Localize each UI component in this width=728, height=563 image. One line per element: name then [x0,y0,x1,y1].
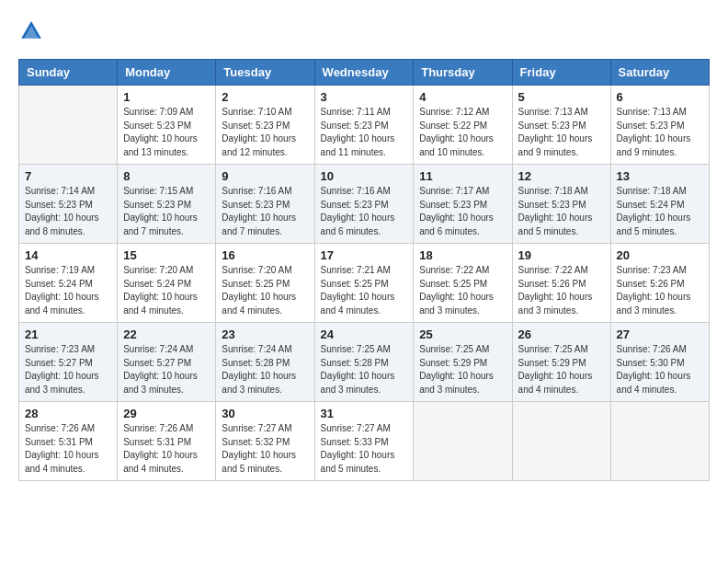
calendar-week-row: 28Sunrise: 7:26 AM Sunset: 5:31 PM Dayli… [19,402,710,481]
day-number: 8 [123,169,210,183]
calendar-day-cell: 21Sunrise: 7:23 AM Sunset: 5:27 PM Dayli… [19,323,118,402]
day-info: Sunrise: 7:22 AM Sunset: 5:26 PM Dayligh… [518,264,605,317]
calendar-day-cell: 26Sunrise: 7:25 AM Sunset: 5:29 PM Dayli… [512,323,610,402]
day-number: 20 [617,248,703,262]
calendar-day-cell: 28Sunrise: 7:26 AM Sunset: 5:31 PM Dayli… [19,402,118,481]
day-number: 5 [518,90,605,104]
day-info: Sunrise: 7:21 AM Sunset: 5:25 PM Dayligh… [321,264,408,317]
day-number: 14 [25,248,111,262]
day-info: Sunrise: 7:25 AM Sunset: 5:29 PM Dayligh… [518,343,605,396]
day-number: 28 [25,407,111,420]
calendar-day-cell: 16Sunrise: 7:20 AM Sunset: 5:25 PM Dayli… [216,244,314,323]
calendar-day-cell: 19Sunrise: 7:22 AM Sunset: 5:26 PM Dayli… [512,244,610,323]
day-number: 12 [518,169,605,183]
day-info: Sunrise: 7:26 AM Sunset: 5:31 PM Dayligh… [25,422,111,476]
day-info: Sunrise: 7:16 AM Sunset: 5:23 PM Dayligh… [222,185,308,238]
calendar-week-row: 1Sunrise: 7:09 AM Sunset: 5:23 PM Daylig… [19,86,710,165]
weekday-header-wednesday: Wednesday [314,60,414,86]
weekday-header-friday: Friday [512,60,610,86]
day-info: Sunrise: 7:26 AM Sunset: 5:31 PM Dayligh… [123,422,210,476]
day-number: 1 [123,90,210,104]
calendar-day-cell: 12Sunrise: 7:18 AM Sunset: 5:23 PM Dayli… [512,165,610,244]
day-number: 27 [617,327,703,341]
day-info: Sunrise: 7:17 AM Sunset: 5:23 PM Dayligh… [419,185,506,238]
day-number: 30 [222,407,308,420]
day-info: Sunrise: 7:16 AM Sunset: 5:23 PM Dayligh… [321,185,408,238]
calendar-day-cell: 2Sunrise: 7:10 AM Sunset: 5:23 PM Daylig… [216,86,314,165]
day-info: Sunrise: 7:24 AM Sunset: 5:28 PM Dayligh… [222,343,308,396]
day-number: 6 [617,90,703,104]
day-info: Sunrise: 7:18 AM Sunset: 5:24 PM Dayligh… [617,185,703,238]
calendar-week-row: 7Sunrise: 7:14 AM Sunset: 5:23 PM Daylig… [19,165,710,244]
page-header [18,18,710,44]
day-info: Sunrise: 7:18 AM Sunset: 5:23 PM Dayligh… [518,185,605,238]
calendar-day-cell: 3Sunrise: 7:11 AM Sunset: 5:23 PM Daylig… [314,86,414,165]
calendar-day-cell: 17Sunrise: 7:21 AM Sunset: 5:25 PM Dayli… [314,244,414,323]
calendar-day-cell: 27Sunrise: 7:26 AM Sunset: 5:30 PM Dayli… [610,323,709,402]
day-number: 9 [222,169,308,183]
calendar-day-cell: 22Sunrise: 7:24 AM Sunset: 5:27 PM Dayli… [118,323,216,402]
day-info: Sunrise: 7:10 AM Sunset: 5:23 PM Dayligh… [222,106,308,159]
day-info: Sunrise: 7:13 AM Sunset: 5:23 PM Dayligh… [518,106,605,159]
day-info: Sunrise: 7:11 AM Sunset: 5:23 PM Dayligh… [321,106,408,159]
calendar-day-cell: 10Sunrise: 7:16 AM Sunset: 5:23 PM Dayli… [314,165,414,244]
day-number: 18 [419,248,506,262]
calendar-day-cell: 8Sunrise: 7:15 AM Sunset: 5:23 PM Daylig… [118,165,216,244]
calendar-day-cell: 7Sunrise: 7:14 AM Sunset: 5:23 PM Daylig… [19,165,118,244]
day-info: Sunrise: 7:12 AM Sunset: 5:22 PM Dayligh… [419,106,506,159]
calendar-week-row: 21Sunrise: 7:23 AM Sunset: 5:27 PM Dayli… [19,323,710,402]
calendar-day-cell: 30Sunrise: 7:27 AM Sunset: 5:32 PM Dayli… [216,402,314,481]
calendar-day-cell: 29Sunrise: 7:26 AM Sunset: 5:31 PM Dayli… [118,402,216,481]
day-number: 31 [321,407,408,420]
day-info: Sunrise: 7:27 AM Sunset: 5:32 PM Dayligh… [222,422,308,476]
weekday-header-tuesday: Tuesday [216,60,314,86]
calendar-day-cell: 4Sunrise: 7:12 AM Sunset: 5:22 PM Daylig… [414,86,512,165]
day-number: 29 [123,407,210,420]
calendar-day-cell: 6Sunrise: 7:13 AM Sunset: 5:23 PM Daylig… [610,86,709,165]
day-info: Sunrise: 7:19 AM Sunset: 5:24 PM Dayligh… [25,264,111,317]
day-info: Sunrise: 7:25 AM Sunset: 5:28 PM Dayligh… [321,343,408,396]
day-number: 2 [222,90,308,104]
day-info: Sunrise: 7:25 AM Sunset: 5:29 PM Dayligh… [419,343,506,396]
day-number: 4 [419,90,506,104]
day-number: 26 [518,327,605,341]
day-number: 7 [25,169,111,183]
day-info: Sunrise: 7:20 AM Sunset: 5:25 PM Dayligh… [222,264,308,317]
day-number: 16 [222,248,308,262]
calendar-day-cell [610,402,709,481]
calendar-day-cell [19,86,118,165]
calendar-day-cell: 23Sunrise: 7:24 AM Sunset: 5:28 PM Dayli… [216,323,314,402]
calendar-day-cell: 5Sunrise: 7:13 AM Sunset: 5:23 PM Daylig… [512,86,610,165]
day-number: 23 [222,327,308,341]
weekday-header-monday: Monday [118,60,216,86]
calendar-week-row: 14Sunrise: 7:19 AM Sunset: 5:24 PM Dayli… [19,244,710,323]
day-number: 21 [25,327,111,341]
calendar-day-cell: 31Sunrise: 7:27 AM Sunset: 5:33 PM Dayli… [314,402,414,481]
day-number: 15 [123,248,210,262]
calendar-table: SundayMondayTuesdayWednesdayThursdayFrid… [18,59,710,481]
day-number: 17 [321,248,408,262]
calendar-day-cell: 11Sunrise: 7:17 AM Sunset: 5:23 PM Dayli… [414,165,512,244]
calendar-day-cell: 20Sunrise: 7:23 AM Sunset: 5:26 PM Dayli… [610,244,709,323]
day-info: Sunrise: 7:23 AM Sunset: 5:26 PM Dayligh… [617,264,703,317]
day-info: Sunrise: 7:24 AM Sunset: 5:27 PM Dayligh… [123,343,210,396]
day-info: Sunrise: 7:20 AM Sunset: 5:24 PM Dayligh… [123,264,210,317]
calendar-day-cell: 9Sunrise: 7:16 AM Sunset: 5:23 PM Daylig… [216,165,314,244]
day-number: 11 [419,169,506,183]
day-number: 25 [419,327,506,341]
logo-icon [18,18,44,44]
day-number: 3 [321,90,408,104]
day-info: Sunrise: 7:15 AM Sunset: 5:23 PM Dayligh… [123,185,210,238]
weekday-header-thursday: Thursday [414,60,512,86]
day-number: 24 [321,327,408,341]
calendar-day-cell: 25Sunrise: 7:25 AM Sunset: 5:29 PM Dayli… [414,323,512,402]
calendar-day-cell: 15Sunrise: 7:20 AM Sunset: 5:24 PM Dayli… [118,244,216,323]
day-info: Sunrise: 7:23 AM Sunset: 5:27 PM Dayligh… [25,343,111,396]
day-info: Sunrise: 7:14 AM Sunset: 5:23 PM Dayligh… [25,185,111,238]
weekday-header-saturday: Saturday [610,60,709,86]
day-info: Sunrise: 7:26 AM Sunset: 5:30 PM Dayligh… [617,343,703,396]
logo [18,18,48,44]
day-info: Sunrise: 7:27 AM Sunset: 5:33 PM Dayligh… [321,422,408,476]
day-number: 13 [617,169,703,183]
day-number: 19 [518,248,605,262]
